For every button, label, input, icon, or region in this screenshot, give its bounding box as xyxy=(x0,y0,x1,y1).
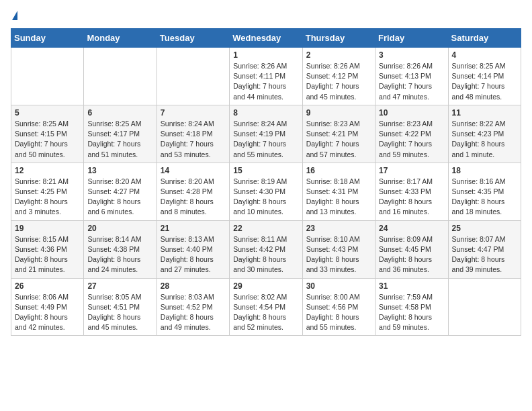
calendar-cell: 14 Sunrise: 8:20 AM Sunset: 4:28 PM Dayl… xyxy=(157,163,229,220)
sunset-text: Sunset: 4:40 PM xyxy=(161,245,213,253)
calendar-cell: 18 Sunrise: 8:16 AM Sunset: 4:35 PM Dayl… xyxy=(448,163,521,220)
calendar-table: SundayMondayTuesdayWednesdayThursdayFrid… xyxy=(11,28,521,336)
day-info: Sunrise: 8:18 AM Sunset: 4:31 PM Dayligh… xyxy=(306,177,371,218)
calendar-cell xyxy=(11,48,84,105)
calendar-week-row: 5 Sunrise: 8:25 AM Sunset: 4:15 PM Dayli… xyxy=(11,105,521,163)
day-number: 13 xyxy=(87,166,152,175)
day-number: 23 xyxy=(306,224,371,233)
calendar-cell: 4 Sunrise: 8:25 AM Sunset: 4:14 PM Dayli… xyxy=(448,48,521,105)
day-info: Sunrise: 8:06 AM Sunset: 4:49 PM Dayligh… xyxy=(15,292,80,333)
sunset-text: Sunset: 4:31 PM xyxy=(306,187,359,195)
calendar-cell: 25 Sunrise: 8:07 AM Sunset: 4:47 PM Dayl… xyxy=(448,220,521,278)
calendar-cell: 10 Sunrise: 8:23 AM Sunset: 4:22 PM Dayl… xyxy=(375,105,448,163)
day-info: Sunrise: 8:17 AM Sunset: 4:33 PM Dayligh… xyxy=(379,177,444,218)
day-info: Sunrise: 8:26 AM Sunset: 4:11 PM Dayligh… xyxy=(233,61,298,102)
day-number: 3 xyxy=(379,50,444,60)
sunset-text: Sunset: 4:15 PM xyxy=(15,130,67,138)
sunset-text: Sunset: 4:23 PM xyxy=(452,130,504,138)
day-info: Sunrise: 8:15 AM Sunset: 4:36 PM Dayligh… xyxy=(15,234,80,275)
daylight-text: Daylight: 8 hours and 1 minute. xyxy=(452,140,505,158)
sunset-text: Sunset: 4:27 PM xyxy=(87,187,140,195)
day-number: 22 xyxy=(233,224,298,233)
sunset-text: Sunset: 4:54 PM xyxy=(233,303,285,311)
daylight-text: Daylight: 7 hours and 48 minutes. xyxy=(452,82,505,100)
calendar-cell: 26 Sunrise: 8:06 AM Sunset: 4:49 PM Dayl… xyxy=(11,278,84,336)
sunset-text: Sunset: 4:45 PM xyxy=(379,245,431,253)
calendar-cell: 24 Sunrise: 8:09 AM Sunset: 4:45 PM Dayl… xyxy=(375,220,448,278)
calendar-cell: 2 Sunrise: 8:26 AM Sunset: 4:12 PM Dayli… xyxy=(302,48,375,105)
day-number: 9 xyxy=(306,108,371,118)
sunrise-text: Sunrise: 8:13 AM xyxy=(161,235,214,243)
calendar-week-row: 1 Sunrise: 8:26 AM Sunset: 4:11 PM Dayli… xyxy=(11,48,521,105)
page-header xyxy=(11,11,521,21)
day-number: 29 xyxy=(233,281,298,291)
sunrise-text: Sunrise: 8:20 AM xyxy=(161,177,214,185)
sunset-text: Sunset: 4:25 PM xyxy=(15,187,67,195)
day-info: Sunrise: 8:16 AM Sunset: 4:35 PM Dayligh… xyxy=(452,177,517,218)
daylight-text: Daylight: 8 hours and 24 minutes. xyxy=(87,255,140,273)
sunrise-text: Sunrise: 8:26 AM xyxy=(379,62,433,70)
sunrise-text: Sunrise: 8:23 AM xyxy=(379,120,433,128)
sunset-text: Sunset: 4:43 PM xyxy=(306,245,359,253)
day-number: 6 xyxy=(87,108,152,118)
calendar-cell xyxy=(448,278,521,336)
day-number: 12 xyxy=(15,166,80,175)
day-number: 19 xyxy=(15,224,80,233)
sunset-text: Sunset: 4:22 PM xyxy=(379,130,431,138)
sunrise-text: Sunrise: 8:03 AM xyxy=(161,293,214,301)
sunset-text: Sunset: 4:35 PM xyxy=(452,187,504,195)
sunrise-text: Sunrise: 8:25 AM xyxy=(87,120,141,128)
day-number: 5 xyxy=(15,108,80,118)
calendar-cell: 21 Sunrise: 8:13 AM Sunset: 4:40 PM Dayl… xyxy=(157,220,229,278)
day-info: Sunrise: 8:13 AM Sunset: 4:40 PM Dayligh… xyxy=(161,234,226,275)
calendar-cell: 23 Sunrise: 8:10 AM Sunset: 4:43 PM Dayl… xyxy=(302,220,375,278)
calendar-cell: 16 Sunrise: 8:18 AM Sunset: 4:31 PM Dayl… xyxy=(302,163,375,220)
daylight-text: Daylight: 8 hours and 36 minutes. xyxy=(379,255,432,273)
day-info: Sunrise: 8:24 AM Sunset: 4:19 PM Dayligh… xyxy=(233,119,298,160)
sunrise-text: Sunrise: 8:15 AM xyxy=(15,235,69,243)
sunrise-text: Sunrise: 8:25 AM xyxy=(452,62,506,70)
daylight-text: Daylight: 8 hours and 52 minutes. xyxy=(233,313,286,331)
sunset-text: Sunset: 4:11 PM xyxy=(233,72,285,80)
sunrise-text: Sunrise: 8:20 AM xyxy=(87,177,141,185)
logo xyxy=(11,11,17,21)
calendar-week-row: 26 Sunrise: 8:06 AM Sunset: 4:49 PM Dayl… xyxy=(11,278,521,336)
sunrise-text: Sunrise: 8:16 AM xyxy=(452,177,506,185)
column-header-saturday: Saturday xyxy=(448,29,521,48)
calendar-cell: 12 Sunrise: 8:21 AM Sunset: 4:25 PM Dayl… xyxy=(11,163,84,220)
day-info: Sunrise: 7:59 AM Sunset: 4:58 PM Dayligh… xyxy=(379,292,444,333)
day-info: Sunrise: 8:22 AM Sunset: 4:23 PM Dayligh… xyxy=(452,119,517,160)
daylight-text: Daylight: 7 hours and 50 minutes. xyxy=(15,140,68,158)
daylight-text: Daylight: 7 hours and 53 minutes. xyxy=(161,140,214,158)
sunset-text: Sunset: 4:38 PM xyxy=(87,245,140,253)
sunset-text: Sunset: 4:42 PM xyxy=(233,245,285,253)
sunrise-text: Sunrise: 8:24 AM xyxy=(161,120,214,128)
sunrise-text: Sunrise: 8:09 AM xyxy=(379,235,433,243)
sunset-text: Sunset: 4:17 PM xyxy=(87,130,140,138)
day-info: Sunrise: 8:23 AM Sunset: 4:21 PM Dayligh… xyxy=(306,119,371,160)
calendar-cell: 3 Sunrise: 8:26 AM Sunset: 4:13 PM Dayli… xyxy=(375,48,448,105)
day-info: Sunrise: 8:19 AM Sunset: 4:30 PM Dayligh… xyxy=(233,177,298,218)
day-number: 4 xyxy=(452,50,517,60)
day-number: 16 xyxy=(306,166,371,175)
day-info: Sunrise: 8:02 AM Sunset: 4:54 PM Dayligh… xyxy=(233,292,298,333)
calendar-cell: 11 Sunrise: 8:22 AM Sunset: 4:23 PM Dayl… xyxy=(448,105,521,163)
calendar-cell xyxy=(157,48,229,105)
column-header-wednesday: Wednesday xyxy=(230,29,302,48)
column-header-monday: Monday xyxy=(84,29,157,48)
day-number: 26 xyxy=(15,281,80,291)
day-number: 11 xyxy=(452,108,517,118)
sunset-text: Sunset: 4:14 PM xyxy=(452,72,504,80)
day-info: Sunrise: 8:14 AM Sunset: 4:38 PM Dayligh… xyxy=(87,234,152,275)
day-number: 28 xyxy=(161,281,226,291)
daylight-text: Daylight: 8 hours and 30 minutes. xyxy=(233,255,286,273)
calendar-cell xyxy=(84,48,157,105)
daylight-text: Daylight: 8 hours and 33 minutes. xyxy=(306,255,359,273)
sunrise-text: Sunrise: 8:18 AM xyxy=(306,177,360,185)
sunrise-text: Sunrise: 8:07 AM xyxy=(452,235,506,243)
sunset-text: Sunset: 4:21 PM xyxy=(306,130,359,138)
sunset-text: Sunset: 4:12 PM xyxy=(306,72,359,80)
day-info: Sunrise: 8:26 AM Sunset: 4:13 PM Dayligh… xyxy=(379,61,444,102)
day-number: 14 xyxy=(161,166,226,175)
day-info: Sunrise: 8:03 AM Sunset: 4:52 PM Dayligh… xyxy=(161,292,226,333)
